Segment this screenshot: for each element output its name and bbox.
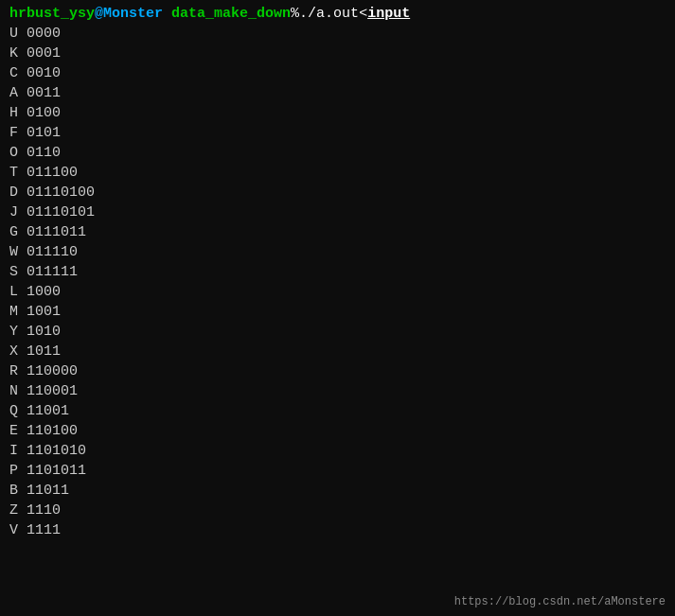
prompt-percent: %: [291, 6, 299, 22]
list-item: V 1111: [9, 520, 666, 540]
list-item: Y 1010: [9, 322, 666, 342]
list-item: M 1001: [9, 302, 666, 322]
list-item: R 110000: [9, 361, 666, 381]
list-item: Q 11001: [9, 401, 666, 421]
list-item: W 011110: [9, 242, 666, 262]
list-item: O 0110: [9, 143, 666, 163]
prompt-redirect: <: [359, 6, 367, 22]
prompt-host: Monster: [103, 6, 163, 22]
output-container: U 0000K 0001C 0010A 0011H 0100F 0101O 01…: [9, 24, 666, 540]
list-item: H 0100: [9, 103, 666, 123]
prompt-at: @: [95, 6, 103, 22]
list-item: K 0001: [9, 44, 666, 63]
prompt-dir: data_make_down: [171, 6, 291, 22]
list-item: N 110001: [9, 381, 666, 401]
list-item: F 0101: [9, 123, 666, 143]
list-item: A 0011: [9, 83, 666, 103]
list-item: U 0000: [9, 24, 666, 44]
watermark: https://blog.csdn.net/aMonstere: [454, 595, 666, 608]
prompt-space: [163, 6, 171, 22]
prompt-user: hrbust_ysy: [9, 6, 95, 22]
list-item: B 11011: [9, 481, 666, 501]
list-item: G 0111011: [9, 222, 666, 242]
list-item: J 01110101: [9, 202, 666, 222]
prompt-line: hrbust_ysy @ Monster data_make_down % ./…: [9, 6, 666, 22]
list-item: T 011100: [9, 163, 666, 183]
list-item: E 110100: [9, 421, 666, 441]
list-item: L 1000: [9, 282, 666, 302]
list-item: I 1101010: [9, 441, 666, 461]
list-item: P 1101011: [9, 461, 666, 481]
list-item: C 0010: [9, 63, 666, 83]
prompt-cmd: ./a.out: [299, 6, 359, 22]
prompt-input-keyword: input: [367, 6, 410, 22]
list-item: X 1011: [9, 342, 666, 361]
terminal-window: hrbust_ysy @ Monster data_make_down % ./…: [0, 0, 675, 616]
list-item: Z 1110: [9, 501, 666, 520]
list-item: D 01110100: [9, 183, 666, 202]
list-item: S 011111: [9, 262, 666, 282]
